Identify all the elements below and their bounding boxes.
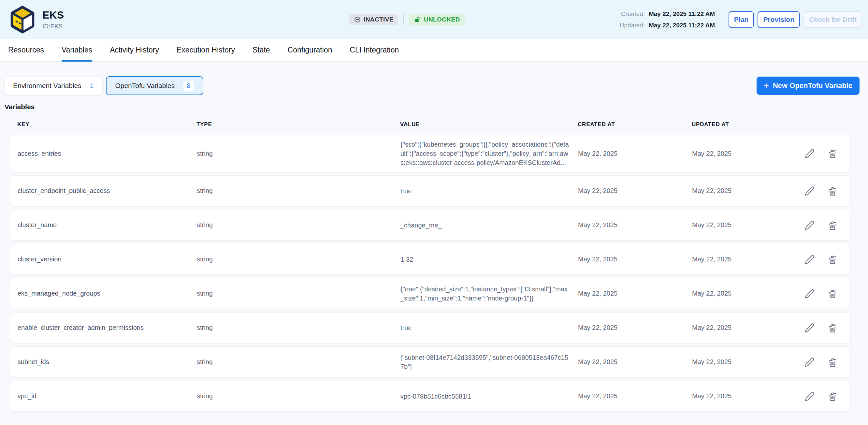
delete-variable-button[interactable] bbox=[827, 322, 838, 333]
delete-variable-button[interactable] bbox=[827, 185, 838, 196]
variable-type: string bbox=[197, 358, 400, 366]
edit-variable-button[interactable] bbox=[804, 357, 815, 368]
variable-updated-at: May 22, 2025 bbox=[692, 290, 800, 297]
table-row: cluster_version string 1.32 May 22, 2025… bbox=[10, 244, 851, 275]
variable-key: enable_cluster_creator_admin_permissions bbox=[18, 324, 197, 331]
variable-key: vpc_id bbox=[18, 392, 197, 400]
column-header-value: VALUE bbox=[400, 121, 578, 128]
pencil-icon bbox=[804, 254, 815, 265]
created-value: May 22, 2025 11:22 AM bbox=[649, 10, 715, 18]
delete-variable-button[interactable] bbox=[827, 254, 838, 265]
variable-value: 1.32 bbox=[400, 255, 578, 264]
edit-variable-button[interactable] bbox=[804, 254, 815, 265]
variable-created-at: May 22, 2025 bbox=[578, 255, 692, 263]
row-actions bbox=[800, 148, 838, 159]
trash-icon bbox=[827, 148, 838, 159]
opentofu-variables-pill[interactable]: OpenTofu Variables 8 bbox=[106, 76, 203, 95]
edit-variable-button[interactable] bbox=[804, 220, 815, 231]
variable-created-at: May 22, 2025 bbox=[578, 358, 692, 366]
edit-variable-button[interactable] bbox=[804, 288, 815, 299]
delete-variable-button[interactable] bbox=[827, 220, 838, 231]
variable-type: string bbox=[197, 187, 400, 194]
trash-icon bbox=[827, 322, 838, 333]
pencil-icon bbox=[804, 220, 815, 231]
table-row: cluster_name string _change_me_ May 22, … bbox=[10, 210, 851, 241]
variable-value: ["subnet-08f14e7142d333595","subnet-0680… bbox=[400, 353, 578, 371]
table-row: cluster_endpoint_public_access string tr… bbox=[10, 175, 851, 206]
column-header-created-at: CREATED AT bbox=[578, 121, 692, 128]
trash-icon bbox=[827, 288, 838, 299]
pencil-icon bbox=[804, 391, 815, 402]
check-for-drift-button[interactable]: Check for Drift bbox=[804, 11, 862, 28]
variable-value: _change_me_ bbox=[400, 221, 578, 230]
variable-created-at: May 22, 2025 bbox=[578, 290, 692, 297]
edit-variable-button[interactable] bbox=[804, 148, 815, 159]
main-tab-bar: Resources Variables Activity History Exe… bbox=[0, 39, 868, 62]
variables-heading: Variables bbox=[5, 103, 868, 111]
variable-value: {"one":{"desired_size":1,"instance_types… bbox=[400, 284, 578, 303]
unlock-icon bbox=[414, 16, 421, 24]
table-row: eks_managed_node_groups string {"one":{"… bbox=[10, 278, 851, 309]
variable-updated-at: May 22, 2025 bbox=[692, 392, 800, 400]
variable-value: {"sso":{"kubernetes_groups":[],"policy_a… bbox=[400, 140, 578, 167]
pencil-icon bbox=[804, 185, 815, 196]
delete-variable-button[interactable] bbox=[827, 288, 838, 299]
new-opentofu-variable-button[interactable]: + New OpenTofu Variable bbox=[756, 77, 860, 95]
row-actions bbox=[800, 220, 838, 231]
edit-variable-button[interactable] bbox=[804, 391, 815, 402]
row-actions bbox=[800, 288, 838, 299]
row-actions bbox=[800, 254, 838, 265]
variable-type: string bbox=[197, 324, 400, 331]
page-title: EKS bbox=[42, 9, 64, 21]
environment-variables-count: 1 bbox=[90, 82, 94, 90]
delete-variable-button[interactable] bbox=[827, 357, 838, 368]
edit-variable-button[interactable] bbox=[804, 322, 815, 333]
tab-state[interactable]: State bbox=[252, 39, 270, 61]
updated-value: May 22, 2025 11:22 AM bbox=[649, 22, 715, 29]
header-actions: Plan Provision Check for Drift bbox=[728, 11, 862, 28]
pencil-icon bbox=[804, 322, 815, 333]
opentofu-logo-icon bbox=[10, 5, 35, 34]
lock-status-badge: UNLOCKED bbox=[409, 14, 465, 25]
variable-value: vpc-078b51c6cbc5581f1 bbox=[400, 392, 578, 401]
trash-icon bbox=[827, 254, 838, 265]
tab-variables[interactable]: Variables bbox=[62, 39, 92, 61]
variable-key: access_entries bbox=[18, 150, 197, 157]
variable-created-at: May 22, 2025 bbox=[578, 187, 692, 194]
created-label: Created: bbox=[620, 10, 645, 18]
table-body: access_entries string {"sso":{"kubernete… bbox=[10, 135, 851, 412]
tab-activity-history[interactable]: Activity History bbox=[110, 39, 159, 61]
variable-created-at: May 22, 2025 bbox=[578, 150, 692, 157]
variable-key: cluster_name bbox=[18, 221, 197, 229]
edit-variable-button[interactable] bbox=[804, 185, 815, 196]
variable-created-at: May 22, 2025 bbox=[578, 221, 692, 229]
delete-variable-button[interactable] bbox=[827, 148, 838, 159]
status-badge: INACTIVE bbox=[349, 14, 398, 25]
variable-key: cluster_endpoint_public_access bbox=[18, 187, 197, 194]
plus-icon: + bbox=[764, 81, 769, 90]
tab-cli-integration[interactable]: CLI Integration bbox=[350, 39, 399, 61]
tab-execution-history[interactable]: Execution History bbox=[177, 39, 235, 61]
tab-resources[interactable]: Resources bbox=[8, 39, 44, 61]
variable-type-switcher: Environment Variables 1 OpenTofu Variabl… bbox=[4, 76, 860, 95]
variable-updated-at: May 22, 2025 bbox=[692, 187, 800, 194]
row-actions bbox=[800, 391, 838, 402]
opentofu-variables-count: 8 bbox=[183, 81, 194, 91]
variable-updated-at: May 22, 2025 bbox=[692, 324, 800, 331]
environment-variables-pill[interactable]: Environment Variables 1 bbox=[4, 76, 102, 95]
table-row: subnet_ids string ["subnet-08f14e7142d33… bbox=[10, 346, 851, 377]
variables-table: KEY TYPE VALUE CREATED AT UPDATED AT acc… bbox=[10, 111, 851, 412]
provision-button[interactable]: Provision bbox=[757, 11, 800, 28]
variable-type: string bbox=[197, 255, 400, 263]
tab-configuration[interactable]: Configuration bbox=[288, 39, 332, 61]
delete-variable-button[interactable] bbox=[827, 391, 838, 402]
variable-type: string bbox=[197, 290, 400, 297]
pencil-icon bbox=[804, 357, 815, 368]
trash-icon bbox=[827, 357, 838, 368]
updated-label: Updated: bbox=[620, 22, 645, 29]
row-actions bbox=[800, 322, 838, 333]
plan-button[interactable]: Plan bbox=[728, 11, 754, 28]
variable-updated-at: May 22, 2025 bbox=[692, 358, 800, 366]
variables-page: Environment Variables 1 OpenTofu Variabl… bbox=[0, 62, 868, 412]
pencil-icon bbox=[804, 148, 815, 159]
